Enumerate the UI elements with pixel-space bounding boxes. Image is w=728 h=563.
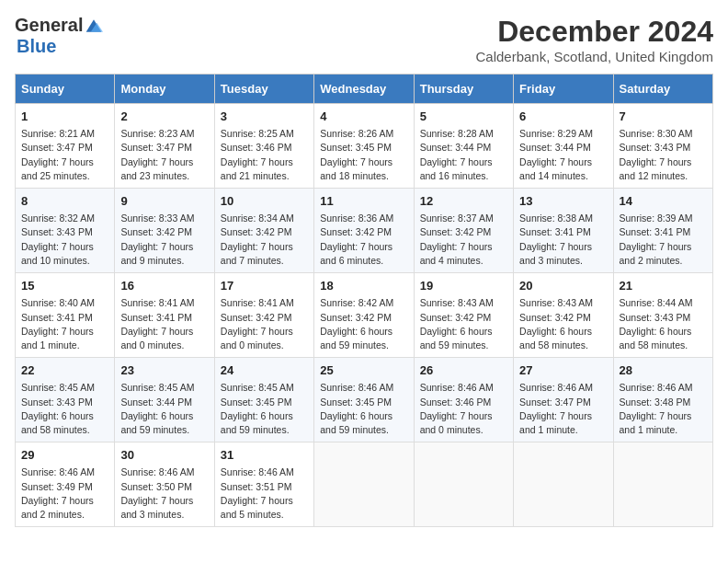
day-number: 12 bbox=[420, 193, 507, 210]
day-number: 4 bbox=[320, 109, 407, 125]
day-number: 19 bbox=[420, 278, 507, 294]
day-number: 13 bbox=[519, 193, 607, 210]
calendar-cell: 15Sunrise: 8:40 AM Sunset: 3:41 PM Dayli… bbox=[16, 273, 115, 358]
calendar-cell: 12Sunrise: 8:37 AM Sunset: 3:42 PM Dayli… bbox=[414, 189, 513, 273]
day-detail: Sunrise: 8:42 AM Sunset: 3:42 PM Dayligh… bbox=[320, 296, 407, 352]
day-detail: Sunrise: 8:37 AM Sunset: 3:42 PM Dayligh… bbox=[420, 212, 507, 268]
day-detail: Sunrise: 8:25 AM Sunset: 3:46 PM Dayligh… bbox=[221, 127, 308, 183]
calendar-cell: 24Sunrise: 8:45 AM Sunset: 3:45 PM Dayli… bbox=[214, 358, 313, 442]
location: Calderbank, Scotland, United Kingdom bbox=[476, 49, 714, 64]
day-detail: Sunrise: 8:30 AM Sunset: 3:43 PM Dayligh… bbox=[620, 127, 707, 183]
day-number: 24 bbox=[221, 362, 308, 379]
calendar-cell: 3Sunrise: 8:25 AM Sunset: 3:46 PM Daylig… bbox=[214, 104, 313, 189]
day-number: 11 bbox=[320, 193, 407, 210]
calendar-cell bbox=[314, 442, 414, 527]
day-detail: Sunrise: 8:45 AM Sunset: 3:45 PM Dayligh… bbox=[221, 381, 308, 437]
day-number: 3 bbox=[221, 109, 308, 125]
day-detail: Sunrise: 8:43 AM Sunset: 3:42 PM Dayligh… bbox=[519, 296, 607, 352]
calendar-cell: 26Sunrise: 8:46 AM Sunset: 3:46 PM Dayli… bbox=[414, 358, 513, 442]
calendar-cell: 9Sunrise: 8:33 AM Sunset: 3:42 PM Daylig… bbox=[115, 189, 214, 273]
calendar-cell: 2Sunrise: 8:23 AM Sunset: 3:47 PM Daylig… bbox=[115, 104, 214, 189]
calendar-cell: 7Sunrise: 8:30 AM Sunset: 3:43 PM Daylig… bbox=[613, 104, 712, 189]
day-number: 2 bbox=[120, 109, 208, 125]
col-header-friday: Friday bbox=[514, 75, 613, 104]
day-detail: Sunrise: 8:40 AM Sunset: 3:41 PM Dayligh… bbox=[21, 296, 108, 352]
day-number: 1 bbox=[21, 109, 108, 125]
calendar-cell: 8Sunrise: 8:32 AM Sunset: 3:43 PM Daylig… bbox=[16, 189, 115, 273]
calendar-cell: 21Sunrise: 8:44 AM Sunset: 3:43 PM Dayli… bbox=[613, 273, 712, 358]
day-number: 25 bbox=[320, 362, 407, 379]
day-number: 15 bbox=[21, 278, 108, 294]
day-number: 20 bbox=[519, 278, 607, 294]
calendar-cell: 18Sunrise: 8:42 AM Sunset: 3:42 PM Dayli… bbox=[314, 273, 414, 358]
day-detail: Sunrise: 8:41 AM Sunset: 3:42 PM Dayligh… bbox=[221, 296, 308, 352]
day-detail: Sunrise: 8:23 AM Sunset: 3:47 PM Dayligh… bbox=[120, 127, 208, 183]
day-detail: Sunrise: 8:46 AM Sunset: 3:48 PM Dayligh… bbox=[620, 381, 707, 437]
calendar-cell: 6Sunrise: 8:29 AM Sunset: 3:44 PM Daylig… bbox=[514, 104, 613, 189]
day-detail: Sunrise: 8:46 AM Sunset: 3:49 PM Dayligh… bbox=[21, 465, 108, 522]
calendar-cell: 16Sunrise: 8:41 AM Sunset: 3:41 PM Dayli… bbox=[115, 273, 214, 358]
day-number: 21 bbox=[620, 278, 707, 294]
week-row-3: 15Sunrise: 8:40 AM Sunset: 3:41 PM Dayli… bbox=[16, 273, 713, 358]
day-detail: Sunrise: 8:44 AM Sunset: 3:43 PM Dayligh… bbox=[620, 296, 707, 352]
calendar-cell: 1Sunrise: 8:21 AM Sunset: 3:47 PM Daylig… bbox=[16, 104, 115, 189]
col-header-saturday: Saturday bbox=[613, 75, 712, 104]
calendar-cell: 28Sunrise: 8:46 AM Sunset: 3:48 PM Dayli… bbox=[613, 358, 712, 442]
col-header-monday: Monday bbox=[115, 75, 214, 104]
day-number: 26 bbox=[420, 362, 507, 379]
calendar-cell: 29Sunrise: 8:46 AM Sunset: 3:49 PM Dayli… bbox=[16, 442, 115, 527]
day-number: 8 bbox=[21, 193, 108, 210]
calendar-cell bbox=[514, 442, 613, 527]
col-header-tuesday: Tuesday bbox=[214, 75, 313, 104]
day-number: 18 bbox=[320, 278, 407, 294]
calendar-cell: 14Sunrise: 8:39 AM Sunset: 3:41 PM Dayli… bbox=[613, 189, 712, 273]
day-detail: Sunrise: 8:46 AM Sunset: 3:47 PM Dayligh… bbox=[519, 381, 607, 437]
day-number: 17 bbox=[221, 278, 308, 294]
calendar-cell bbox=[414, 442, 513, 527]
day-detail: Sunrise: 8:28 AM Sunset: 3:44 PM Dayligh… bbox=[420, 127, 507, 183]
col-header-wednesday: Wednesday bbox=[314, 75, 414, 104]
week-row-4: 22Sunrise: 8:45 AM Sunset: 3:43 PM Dayli… bbox=[16, 358, 713, 442]
day-number: 9 bbox=[120, 193, 208, 210]
col-header-thursday: Thursday bbox=[414, 75, 513, 104]
day-detail: Sunrise: 8:21 AM Sunset: 3:47 PM Dayligh… bbox=[21, 127, 108, 183]
day-number: 23 bbox=[120, 362, 208, 379]
calendar-cell: 22Sunrise: 8:45 AM Sunset: 3:43 PM Dayli… bbox=[16, 358, 115, 442]
calendar-cell: 11Sunrise: 8:36 AM Sunset: 3:42 PM Dayli… bbox=[314, 189, 414, 273]
day-number: 5 bbox=[420, 109, 507, 125]
col-header-sunday: Sunday bbox=[16, 75, 115, 104]
day-number: 30 bbox=[120, 447, 208, 464]
week-row-2: 8Sunrise: 8:32 AM Sunset: 3:43 PM Daylig… bbox=[16, 189, 713, 273]
calendar-cell: 17Sunrise: 8:41 AM Sunset: 3:42 PM Dayli… bbox=[214, 273, 313, 358]
day-detail: Sunrise: 8:45 AM Sunset: 3:43 PM Dayligh… bbox=[21, 381, 108, 437]
day-number: 10 bbox=[221, 193, 308, 210]
calendar-cell: 19Sunrise: 8:43 AM Sunset: 3:42 PM Dayli… bbox=[414, 273, 513, 358]
calendar-cell: 13Sunrise: 8:38 AM Sunset: 3:41 PM Dayli… bbox=[514, 189, 613, 273]
day-detail: Sunrise: 8:46 AM Sunset: 3:45 PM Dayligh… bbox=[320, 381, 407, 437]
day-number: 28 bbox=[620, 362, 707, 379]
day-detail: Sunrise: 8:46 AM Sunset: 3:50 PM Dayligh… bbox=[120, 465, 208, 522]
logo: General Blue bbox=[15, 15, 103, 57]
day-number: 7 bbox=[620, 109, 707, 125]
calendar-cell: 31Sunrise: 8:46 AM Sunset: 3:51 PM Dayli… bbox=[214, 442, 313, 527]
day-detail: Sunrise: 8:38 AM Sunset: 3:41 PM Dayligh… bbox=[519, 212, 607, 268]
day-detail: Sunrise: 8:39 AM Sunset: 3:41 PM Dayligh… bbox=[620, 212, 707, 268]
day-detail: Sunrise: 8:41 AM Sunset: 3:41 PM Dayligh… bbox=[120, 296, 208, 352]
day-detail: Sunrise: 8:34 AM Sunset: 3:42 PM Dayligh… bbox=[221, 212, 308, 268]
day-number: 6 bbox=[519, 109, 607, 125]
title-section: December 2024 Calderbank, Scotland, Unit… bbox=[476, 15, 714, 64]
day-detail: Sunrise: 8:46 AM Sunset: 3:46 PM Dayligh… bbox=[420, 381, 507, 437]
day-detail: Sunrise: 8:43 AM Sunset: 3:42 PM Dayligh… bbox=[420, 296, 507, 352]
day-number: 16 bbox=[120, 278, 208, 294]
calendar-cell: 10Sunrise: 8:34 AM Sunset: 3:42 PM Dayli… bbox=[214, 189, 313, 273]
day-number: 31 bbox=[221, 447, 308, 464]
day-detail: Sunrise: 8:29 AM Sunset: 3:44 PM Dayligh… bbox=[519, 127, 607, 183]
calendar-cell: 20Sunrise: 8:43 AM Sunset: 3:42 PM Dayli… bbox=[514, 273, 613, 358]
logo-blue-text: Blue bbox=[17, 36, 56, 56]
day-number: 27 bbox=[519, 362, 607, 379]
calendar-cell: 30Sunrise: 8:46 AM Sunset: 3:50 PM Dayli… bbox=[115, 442, 214, 527]
week-row-1: 1Sunrise: 8:21 AM Sunset: 3:47 PM Daylig… bbox=[16, 104, 713, 189]
calendar-cell: 4Sunrise: 8:26 AM Sunset: 3:45 PM Daylig… bbox=[314, 104, 414, 189]
calendar-cell: 5Sunrise: 8:28 AM Sunset: 3:44 PM Daylig… bbox=[414, 104, 513, 189]
week-row-5: 29Sunrise: 8:46 AM Sunset: 3:49 PM Dayli… bbox=[16, 442, 713, 527]
